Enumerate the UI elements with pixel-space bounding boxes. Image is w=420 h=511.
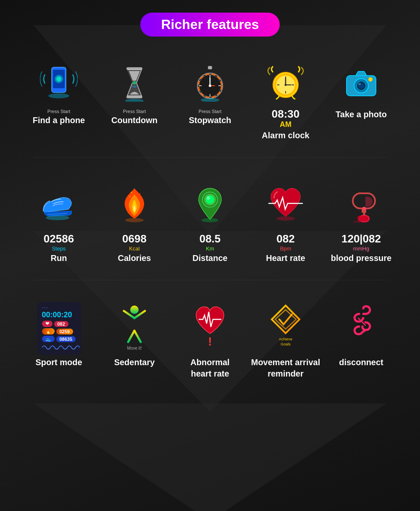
feature-movement-arrival: Achieve Goals Movement arrival reminder — [248, 301, 323, 379]
svg-rect-9 — [208, 66, 212, 69]
sport-steps-row: 👟 08635 — [42, 336, 76, 342]
svg-point-48 — [276, 216, 295, 221]
distance-stat-unit: Km — [206, 245, 214, 252]
feature-take-photo: ⚡ Take a photo — [323, 58, 399, 119]
feature-abnormal-heart-rate: ! Abnormal heart rate — [172, 301, 248, 379]
svg-rect-6 — [126, 96, 142, 98]
stopwatch-label: Stopwatch — [189, 116, 231, 125]
countdown-label: Countdown — [111, 116, 158, 125]
sport-heart-badge: ❤ — [42, 321, 52, 327]
heart-icon — [267, 185, 304, 223]
heart-rate-label: Heart rate — [266, 253, 305, 263]
calories-stat-unit: Kcal — [129, 245, 139, 252]
sport-dash: --- — [42, 305, 76, 310]
svg-text:Move it!: Move it! — [127, 346, 142, 350]
movement-arrival-icon-area: Achieve Goals — [260, 301, 311, 356]
run-stat-number: 02586 — [44, 232, 74, 245]
sport-fire-row: 🔥 0259 — [42, 328, 76, 335]
sport-mode-icon-area: --- 00:00:20 ❤ 082 🔥 0259 👟 08635 — [34, 301, 84, 356]
svg-text:⚡: ⚡ — [369, 78, 373, 82]
heart-rate-stat-unit: Bpm — [280, 245, 291, 252]
run-stat-unit: Steps — [52, 245, 66, 252]
calories-stat-number: 0698 — [122, 232, 147, 245]
svg-point-38 — [46, 215, 69, 220]
countdown-icon-area — [109, 58, 160, 108]
person-icon: Move it! — [116, 303, 153, 354]
svg-point-45 — [207, 196, 210, 200]
sport-fire-badge: 🔥 — [42, 328, 55, 335]
stopwatch-press-label: Press Start — [199, 109, 221, 114]
feature-calories: 0698 Kcal Calories — [97, 179, 172, 263]
blood-pressure-stat-unit: mmHg — [353, 245, 369, 252]
svg-point-41 — [131, 192, 132, 193]
movement-arrival-label-wrap: Movement arrival reminder — [251, 356, 320, 379]
abnormal-heart-rate-label2: heart rate — [190, 369, 229, 379]
features-section: Press Start Find a phone — [0, 41, 420, 404]
svg-point-51 — [362, 207, 366, 210]
distance-label: Distance — [192, 253, 227, 263]
blood-pressure-label: blood pressure — [331, 253, 391, 263]
feature-run: 02586 Steps Run — [21, 179, 97, 263]
run-icon-area — [34, 179, 84, 229]
phone-icon — [40, 64, 78, 102]
shoe-icon — [40, 185, 78, 223]
run-label: Run — [51, 253, 67, 263]
blood-pressure-icon-area — [336, 179, 386, 229]
sedentary-label: Sedentary — [114, 358, 155, 367]
page-title: Richer features — [140, 13, 280, 37]
feature-stopwatch: Press Start Stopwatch — [172, 58, 248, 125]
svg-point-19 — [209, 84, 211, 87]
find-phone-label: Find a phone — [33, 116, 85, 125]
sport-fire-val: 0259 — [56, 329, 73, 335]
take-photo-icon-area: ⚡ — [336, 58, 386, 108]
movement-arrival-label2: reminder — [251, 369, 320, 379]
find-phone-icon-area — [34, 58, 84, 108]
movement-arrival-label: Movement arrival — [251, 358, 320, 367]
svg-point-40 — [139, 193, 141, 195]
sport-steps-val: 08635 — [56, 336, 76, 342]
chain-broken-icon — [342, 303, 380, 354]
location-icon — [191, 185, 229, 223]
feature-row-1: Press Start Find a phone — [0, 49, 420, 145]
feature-distance: 08.5 Km Distance — [172, 179, 248, 263]
feature-sport-mode: --- 00:00:20 ❤ 082 🔥 0259 👟 08635 — [21, 301, 97, 367]
feature-alarm-clock: 08:30 AM Alarm clock — [248, 58, 323, 140]
svg-point-44 — [206, 195, 214, 204]
svg-text:Achieve: Achieve — [279, 337, 292, 341]
distance-icon-area — [185, 179, 235, 229]
heart-rate-icon-area — [260, 179, 311, 229]
stopwatch-icon-area — [185, 58, 235, 108]
alarm-clock-icon-area — [260, 58, 311, 108]
sport-time: 00:00:20 — [42, 311, 76, 319]
hourglass-icon — [116, 64, 153, 102]
sport-heart-val: 082 — [54, 321, 68, 327]
feature-disconnect: disconnect — [323, 301, 399, 367]
feature-find-phone: Press Start Find a phone — [21, 58, 97, 125]
disconnect-icon-area — [336, 301, 386, 356]
feature-blood-pressure: 120|082 mmHg blood pressure — [323, 179, 399, 263]
abnormal-heart-rate-label: Abnormal — [190, 358, 229, 367]
achievement-icon: Achieve Goals — [267, 303, 304, 354]
alarm-am: AM — [280, 120, 291, 129]
svg-point-39 — [129, 196, 131, 198]
alarm-clock-label: Alarm clock — [262, 131, 309, 140]
feature-heart-rate: 082 Bpm Heart rate — [248, 179, 323, 263]
abnormal-heart-rate-icon-area: ! — [185, 301, 235, 356]
blood-pressure-icon — [342, 185, 380, 223]
svg-text:Goals: Goals — [281, 342, 291, 346]
alarm-icon — [267, 64, 304, 102]
sedentary-icon-area: Move it! — [109, 301, 160, 356]
svg-point-42 — [125, 218, 144, 222]
sport-wave — [42, 343, 76, 352]
svg-point-4 — [48, 93, 69, 98]
countdown-press-label: Press Start — [123, 109, 146, 114]
svg-point-46 — [202, 218, 218, 222]
find-phone-press-label: Press Start — [47, 109, 70, 114]
fire-icon — [116, 185, 153, 223]
take-photo-label: Take a photo — [336, 110, 387, 119]
calories-icon-area — [109, 179, 160, 229]
svg-rect-5 — [126, 67, 142, 70]
camera-icon: ⚡ — [342, 64, 380, 102]
svg-point-8 — [125, 99, 144, 102]
page-header: Richer features — [0, 0, 420, 41]
